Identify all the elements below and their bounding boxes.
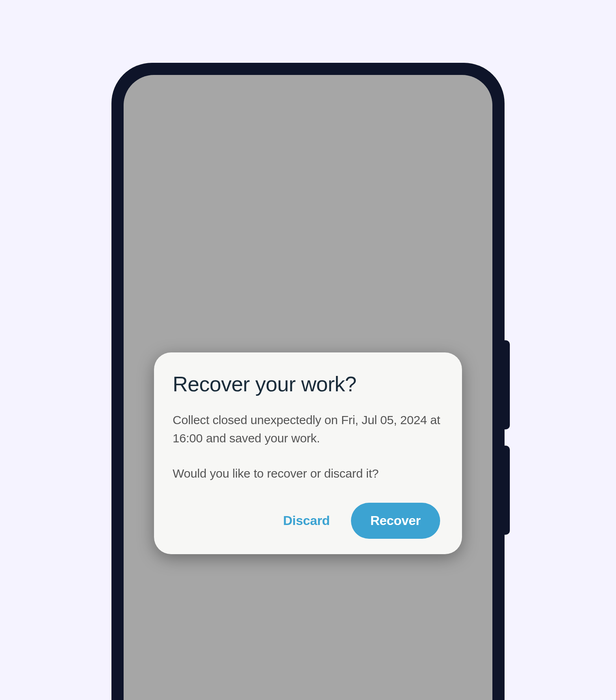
dialog-actions: Discard Recover	[173, 503, 443, 539]
recover-button[interactable]: Recover	[351, 503, 440, 539]
dialog-title: Recover your work?	[173, 372, 443, 396]
recover-work-dialog: Recover your work? Collect closed unexpe…	[154, 352, 462, 554]
dialog-body-prompt: Would you like to recover or discard it?	[173, 464, 443, 482]
phone-side-button-top	[504, 340, 510, 429]
discard-button[interactable]: Discard	[280, 507, 333, 535]
dialog-body-message: Collect closed unexpectedly on Fri, Jul …	[173, 411, 443, 447]
phone-side-button-bottom	[504, 446, 510, 535]
canvas-background: Recover your work? Collect closed unexpe…	[0, 0, 616, 700]
